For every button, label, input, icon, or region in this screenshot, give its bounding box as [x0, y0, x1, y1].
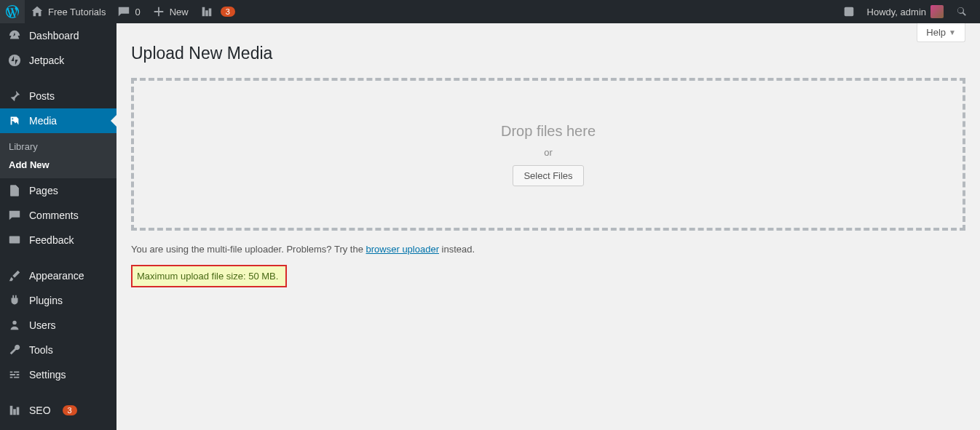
sidebar-item-label: Media	[29, 115, 57, 127]
svg-point-3	[12, 321, 16, 325]
seo-toolbar-link[interactable]: 3	[194, 0, 241, 23]
comments-icon	[7, 209, 22, 222]
dashboard-icon	[7, 29, 22, 42]
media-submenu: Library Add New	[0, 133, 116, 178]
select-files-button[interactable]: Select Files	[513, 165, 583, 186]
drop-zone[interactable]: Drop files here or Select Files	[131, 78, 965, 231]
sidebar-item-seo[interactable]: SEO 3	[0, 398, 116, 423]
sidebar-item-plugins[interactable]: Plugins	[0, 288, 116, 313]
media-icon	[7, 114, 22, 127]
help-label: Help	[926, 27, 946, 38]
sidebar-item-settings[interactable]: Settings	[0, 362, 116, 387]
admin-bar-left: Free Tutorials 0 New 3	[0, 0, 241, 23]
page-title: Upload New Media	[131, 44, 965, 63]
site-name-link[interactable]: Free Tutorials	[25, 0, 111, 23]
sidebar-item-label: Appearance	[29, 270, 84, 282]
max-upload-highlight: Maximum upload file size: 50 MB.	[131, 265, 287, 287]
notice-icon	[842, 5, 855, 18]
sidebar-item-appearance[interactable]: Appearance	[0, 263, 116, 288]
wp-logo-menu[interactable]	[0, 0, 25, 23]
menu-separator	[0, 73, 116, 84]
sidebar-item-label: Pages	[29, 185, 58, 196]
help-tab[interactable]: Help ▼	[917, 23, 965, 42]
users-icon	[7, 319, 22, 332]
search-toggle[interactable]	[949, 0, 974, 23]
comments-link[interactable]: 0	[111, 0, 146, 23]
max-upload-text: Maximum upload file size: 50 MB.	[137, 271, 278, 282]
sliders-icon	[7, 368, 22, 381]
info-post: instead.	[439, 244, 475, 255]
or-text: or	[544, 147, 553, 158]
sidebar-item-media[interactable]: Media	[0, 108, 116, 133]
sidebar-item-dashboard[interactable]: Dashboard	[0, 23, 116, 48]
sidebar-item-posts[interactable]: Posts	[0, 84, 116, 108]
seo-icon	[200, 5, 213, 18]
sidebar-item-label: SEO	[29, 405, 51, 416]
admin-menu: Dashboard Jetpack Posts Media Library Ad…	[0, 23, 116, 430]
pin-icon	[7, 89, 22, 103]
new-label: New	[170, 7, 189, 17]
admin-bar: Free Tutorials 0 New 3 Howdy	[0, 0, 980, 23]
plus-icon	[152, 5, 165, 18]
sidebar-item-label: Posts	[29, 90, 55, 102]
brush-icon	[7, 269, 22, 282]
sidebar-item-feedback[interactable]: Feedback	[0, 228, 116, 252]
menu-separator	[0, 387, 116, 398]
comments-count: 0	[135, 7, 140, 17]
info-pre: You are using the multi-file uploader. P…	[131, 244, 366, 255]
browser-uploader-link[interactable]: browser uploader	[366, 244, 439, 255]
comment-icon	[117, 5, 130, 18]
sidebar-item-label: Comments	[29, 210, 79, 221]
howdy-text: Howdy, admin	[867, 7, 926, 17]
submenu-add-new[interactable]: Add New	[0, 156, 116, 174]
sidebar-item-label: Feedback	[29, 234, 74, 246]
sidebar-item-label: Tools	[29, 344, 53, 356]
wrench-icon	[7, 343, 22, 357]
sidebar-item-label: Plugins	[29, 295, 63, 306]
sidebar-item-label: Settings	[29, 369, 66, 381]
sidebar-item-label: Jetpack	[29, 55, 64, 66]
feedback-icon	[7, 234, 22, 247]
svg-rect-0	[844, 7, 853, 17]
seo-badge: 3	[221, 7, 235, 17]
notices-link[interactable]	[837, 0, 861, 23]
sidebar-item-label: Users	[29, 319, 56, 331]
wordpress-icon	[6, 5, 19, 18]
sidebar-item-comments[interactable]: Comments	[0, 203, 116, 228]
chevron-down-icon: ▼	[949, 28, 956, 36]
seo-menu-icon	[7, 404, 22, 417]
new-content-link[interactable]: New	[146, 0, 194, 23]
site-name: Free Tutorials	[48, 7, 106, 17]
avatar	[930, 5, 944, 18]
drop-text: Drop files here	[501, 123, 596, 140]
svg-rect-2	[9, 236, 20, 244]
home-icon	[31, 5, 44, 18]
submenu-library[interactable]: Library	[0, 138, 116, 156]
sidebar-item-label: Dashboard	[29, 30, 79, 41]
uploader-info: You are using the multi-file uploader. P…	[131, 244, 965, 255]
svg-point-1	[9, 55, 20, 66]
plugin-icon	[7, 294, 22, 307]
sidebar-item-jetpack[interactable]: Jetpack	[0, 48, 116, 73]
page-icon	[7, 184, 22, 197]
menu-separator	[0, 252, 116, 263]
my-account-link[interactable]: Howdy, admin	[861, 0, 949, 23]
sidebar-item-users[interactable]: Users	[0, 313, 116, 338]
sidebar-item-tools[interactable]: Tools	[0, 338, 116, 362]
admin-bar-right: Howdy, admin	[837, 0, 974, 23]
seo-count-badge: 3	[63, 405, 77, 415]
sidebar-item-pages[interactable]: Pages	[0, 178, 116, 203]
jetpack-icon	[7, 54, 22, 67]
main-content: Help ▼ Upload New Media Drop files here …	[116, 23, 980, 302]
search-icon	[955, 5, 968, 18]
